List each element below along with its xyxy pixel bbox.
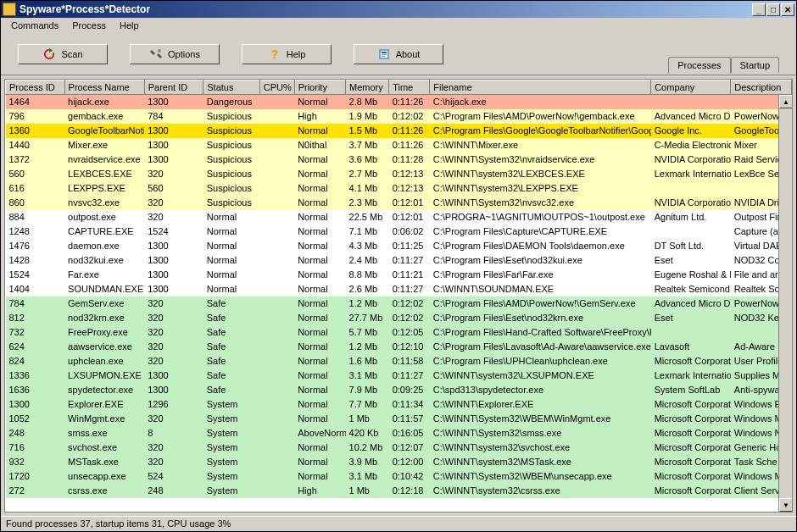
about-icon <box>377 47 391 61</box>
cell-cpu <box>259 210 294 224</box>
cell-parent: 248 <box>144 484 203 498</box>
cell-prio: Normal <box>294 397 345 412</box>
help-button[interactable]: ? Help <box>242 44 332 64</box>
cell-pid: 1300 <box>6 397 65 412</box>
menu-commands[interactable]: Commands <box>4 19 65 31</box>
cell-pname: Explorer.EXE <box>64 397 144 412</box>
cell-pid: 1052 <box>6 412 65 426</box>
table-row[interactable]: 1440Mixer.exe1300SuspiciousN0ithal3.7 Mb… <box>6 138 792 152</box>
table-row[interactable]: 1404SOUNDMAN.EXE1300NormalNormal2.6 Mb0:… <box>6 282 792 296</box>
table-row[interactable]: 796gemback.exe784SuspiciousHigh1.9 Mb0:1… <box>6 109 792 124</box>
toolbar: Scan Options ? Help About Processes Star… <box>1 33 796 75</box>
cell-cpu <box>259 383 294 397</box>
cell-mem: 1.6 Mb <box>346 354 389 369</box>
table-row[interactable]: 1248CAPTURE.EXE1524NormalNormal7.1 Mb0:0… <box>6 224 792 239</box>
col-header[interactable]: Process ID <box>6 80 65 95</box>
cell-comp: DT Soft Ltd. <box>651 239 731 253</box>
cell-mem: 22.5 Mb <box>346 210 389 224</box>
col-header[interactable]: Priority <box>294 80 345 95</box>
about-button[interactable]: About <box>354 44 443 64</box>
cell-cpu <box>259 296 294 311</box>
menu-help[interactable]: Help <box>113 19 146 31</box>
table-row[interactable]: 616LEXPPS.EXE560SuspiciousNormal4.1 Mb0:… <box>6 181 792 196</box>
col-header[interactable]: Description <box>731 80 792 95</box>
cell-cpu <box>259 354 294 369</box>
scroll-down-icon[interactable]: ▼ <box>779 498 793 512</box>
table-row[interactable]: 860nvsvc32.exe320SuspiciousNormal2.3 Mb0… <box>6 196 792 210</box>
cell-time: 0:12:18 <box>389 484 430 498</box>
table-row[interactable]: 1336LXSUPMON.EXE1300SafeNormal3.1 Mb0:11… <box>6 369 792 383</box>
cell-time: 0:11:27 <box>389 369 430 383</box>
vertical-scrollbar[interactable]: ▲ ▼ <box>778 95 792 512</box>
cell-pid: 1636 <box>6 383 65 397</box>
cell-time: 0:12:01 <box>389 196 430 210</box>
cell-comp: Microsoft Corporati <box>651 426 731 441</box>
col-header[interactable]: Memory <box>346 80 389 95</box>
table-row[interactable]: 560LEXBCES.EXE320SuspiciousNormal2.7 Mb0… <box>6 167 792 181</box>
table-row[interactable]: 1476daemon.exe1300NormalNormal4.3 Mb0:11… <box>6 239 792 253</box>
cell-time: 0:06:02 <box>389 224 430 239</box>
col-header[interactable]: Process Name <box>64 80 144 95</box>
cell-mem: 3.7 Mb <box>346 138 389 152</box>
table-row[interactable]: 884outpost.exe320NormalNormal22.5 Mb0:12… <box>6 210 792 224</box>
cell-status: Normal <box>203 282 260 296</box>
table-row[interactable]: 932MSTask.exe320SystemNormal3.9 Mb0:12:0… <box>6 455 792 469</box>
cell-cpu <box>259 455 294 469</box>
cell-comp: System SoftLab <box>651 383 731 397</box>
table-row[interactable]: 1464hijack.exe1300DangerousNormal2.8 Mb0… <box>6 95 792 109</box>
col-header[interactable]: Company <box>651 80 731 95</box>
cell-pname: LXSUPMON.EXE <box>64 369 144 383</box>
cell-status: Dangerous <box>203 95 260 109</box>
cell-parent: 1300 <box>144 152 203 167</box>
table-row[interactable]: 784GemServ.exe320SafeNormal1.2 Mb0:12:02… <box>6 296 792 311</box>
cell-pid: 1524 <box>6 268 65 282</box>
menu-process[interactable]: Process <box>65 19 113 31</box>
table-row[interactable]: 732FreeProxy.exe320SafeNormal5.7 Mb0:12:… <box>6 325 792 340</box>
tab-startup[interactable]: Startup <box>731 57 779 73</box>
cell-pname: LEXPPS.EXE <box>64 181 144 196</box>
table-row[interactable]: 1052WinMgmt.exe320SystemNormal1 Mb0:11:5… <box>6 412 792 426</box>
table-row[interactable]: 624aawservice.exe320SafeNormal1.2 Mb0:12… <box>6 340 792 354</box>
options-button[interactable]: Options <box>130 44 220 64</box>
cell-status: Suspicious <box>203 196 260 210</box>
scroll-up-icon[interactable]: ▲ <box>779 95 793 108</box>
table-row[interactable]: 1372nvraidservice.exe1300SuspiciousNorma… <box>6 152 792 167</box>
cell-parent: 1300 <box>144 383 203 397</box>
col-header[interactable]: Time <box>389 80 430 95</box>
tab-processes[interactable]: Processes <box>668 57 730 74</box>
cell-file: C:\Program Files\Lavasoft\Ad-Aware\aawse… <box>430 340 651 354</box>
table-row[interactable]: 716svchost.exe320SystemNormal10.2 Mb0:12… <box>6 441 792 455</box>
col-header[interactable]: CPU% <box>259 80 294 95</box>
help-label: Help <box>287 49 306 59</box>
cell-comp: Lavasoft <box>651 340 731 354</box>
table-row[interactable]: 1720unsecapp.exe524SystemNormal3.1 Mb0:1… <box>6 469 792 484</box>
cell-pid: 812 <box>6 311 65 325</box>
svg-rect-2 <box>382 52 387 53</box>
table-row[interactable]: 248smss.exe8SystemAboveNorm420 Kb0:16:05… <box>6 426 792 441</box>
table-row[interactable]: 1636spydetector.exe1300SafeNormal7.9 Mb0… <box>6 383 792 397</box>
cell-file: C:\Program Files\UPHClean\uphclean.exe <box>430 354 651 369</box>
cell-pname: spydetector.exe <box>64 383 144 397</box>
col-header[interactable]: Status <box>203 80 260 95</box>
cell-parent: 320 <box>144 340 203 354</box>
col-header[interactable]: Filename <box>430 80 651 95</box>
cell-cpu <box>259 325 294 340</box>
cell-parent: 320 <box>144 167 203 181</box>
table-row[interactable]: 1524Far.exe1300NormalNormal8.8 Mb0:11:21… <box>6 268 792 282</box>
scan-button[interactable]: Scan <box>18 44 108 64</box>
table-row[interactable]: 1428nod32kui.exe1300NormalNormal2.4 Mb0:… <box>6 253 792 268</box>
maximize-button[interactable]: □ <box>766 3 780 16</box>
table-row[interactable]: 272csrss.exe248SystemHigh1 Mb0:12:18C:\W… <box>6 484 792 498</box>
table-row[interactable]: 824uphclean.exe320SafeNormal1.6 Mb0:11:5… <box>6 354 792 369</box>
svg-rect-3 <box>382 54 387 55</box>
table-row[interactable]: 812nod32krn.exe320SafeNormal27.7 Mb0:12:… <box>6 311 792 325</box>
minimize-button[interactable]: _ <box>752 3 766 16</box>
cell-pname: smss.exe <box>64 426 144 441</box>
close-button[interactable]: ✕ <box>781 3 794 16</box>
table-row[interactable]: 1300Explorer.EXE1296SystemNormal7.7 Mb0:… <box>6 397 792 412</box>
cell-mem: 3.1 Mb <box>346 469 389 484</box>
cell-pid: 616 <box>6 181 65 196</box>
table-row[interactable]: 1360GoogleToolbarNotif1300SuspiciousNorm… <box>6 124 792 138</box>
col-header[interactable]: Parent ID <box>144 80 203 95</box>
process-table-container: Process IDProcess NameParent IDStatusCPU… <box>4 79 793 513</box>
